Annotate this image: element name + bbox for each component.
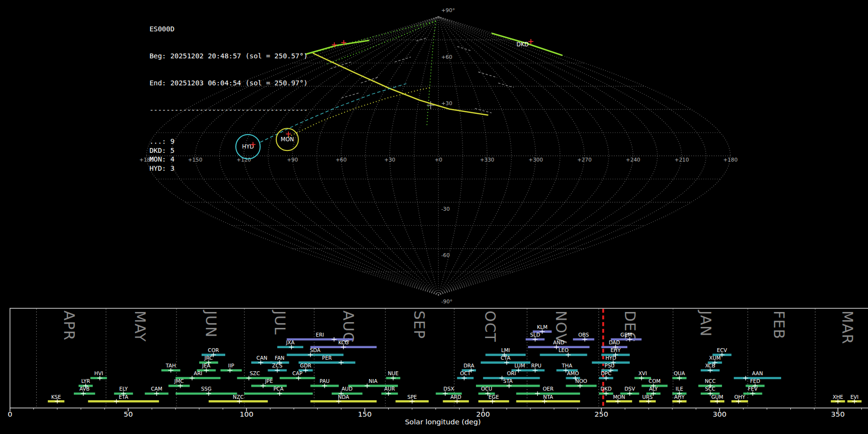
shower-label: DRA <box>463 363 475 368</box>
meteor-trail <box>341 93 359 98</box>
shower-label: LEO <box>558 347 569 353</box>
shower-label: NTA <box>543 394 554 400</box>
longitude-label: +300 <box>529 157 543 163</box>
shower-count-row: MON: 4 <box>149 155 308 164</box>
shower-label: JPE <box>265 378 273 384</box>
shower-SLD: SLD <box>526 332 544 341</box>
shower-label: DSX <box>444 386 454 392</box>
month-label: APR <box>61 311 78 341</box>
shower-NUE: NUE <box>386 370 400 380</box>
shower-label: NIA <box>369 378 378 384</box>
longitude-label: +240 <box>626 157 640 163</box>
shower-label: SDA <box>310 347 321 353</box>
shower-label: EGE <box>488 394 499 400</box>
shower-label: GEM <box>621 332 632 338</box>
latitude-label: -90° <box>441 298 452 305</box>
longitude-label: +30 <box>384 157 395 163</box>
begin-time-line: Beg: 20251202 20:48:57 (sol = 250.57°) <box>149 52 308 61</box>
shower-ARD: ARD <box>443 394 469 404</box>
shower-AVB: AVB <box>74 386 95 395</box>
shower-RPU: RPU <box>528 363 544 372</box>
shower-label: JXA <box>285 339 295 345</box>
shower-label: CAP <box>292 370 302 376</box>
shower-label: SZC <box>250 370 260 376</box>
shower-label: JMC <box>174 378 184 384</box>
shower-label: OBS <box>578 332 589 338</box>
x-axis-tick-label: 150 <box>358 410 371 419</box>
shower-HVI: HVI <box>90 370 107 380</box>
shower-label: XHE <box>833 394 843 400</box>
x-axis-tick-label: 250 <box>595 410 608 419</box>
shower-label: LUM <box>515 363 525 368</box>
shower-label: URS <box>642 394 653 400</box>
shower-QUA: QUA <box>672 370 686 380</box>
longitude-label: +270 <box>577 157 592 163</box>
shower-count-row: HYD: 3 <box>149 164 308 173</box>
shower-label: ILE <box>676 386 683 392</box>
shower-label: JRC <box>204 355 213 361</box>
shower-label: SSG <box>201 386 212 392</box>
latitude-label: +90° <box>441 7 455 14</box>
latitude-label: -60 <box>441 252 450 258</box>
shower-SPE: SPE <box>395 394 429 404</box>
shower-label: CAM <box>151 386 163 392</box>
shower-label: AND <box>553 339 564 345</box>
shower-count-list: ...: 9DKD: 5MON: 4HYD: 3 <box>149 137 308 173</box>
app-canvas: +90°+60+30-30-60-90°+180+150+120+90+60+3… <box>0 0 868 434</box>
shower-label: CTA <box>501 355 511 361</box>
shower-label: OCT <box>460 370 471 376</box>
shower-label: FED <box>750 378 760 384</box>
shower-track-yellow <box>313 53 488 115</box>
shower-JMC: JMC <box>168 378 190 388</box>
shower-KSE: KSE <box>48 394 64 404</box>
shower-label: SPE <box>407 394 417 400</box>
shower-label: TAH <box>165 363 176 368</box>
shower-label: HVI <box>94 370 103 376</box>
shower-EVI: EVI <box>847 394 861 404</box>
shower-IIP: IIP <box>220 363 242 372</box>
shower-ETA: ETA <box>88 394 159 404</box>
latitude-label: +60 <box>441 54 452 60</box>
shower-label: KLM <box>537 324 547 330</box>
shower-label: LYR <box>81 378 91 384</box>
shower-label: QUA <box>674 370 685 376</box>
plot-canvas: +90°+60+30-30-60-90°+180+150+120+90+60+3… <box>0 0 868 434</box>
shower-LEO: LEO <box>540 347 587 357</box>
longitude-label: +180 <box>723 157 738 163</box>
shower-TAH: TAH <box>162 363 180 372</box>
shower-XCB: XCB <box>701 363 719 372</box>
meteor-trail <box>498 83 514 87</box>
shower-label: EHY <box>610 347 621 353</box>
shower-label: LMI <box>501 347 510 353</box>
radiant-drift-dotted-path <box>309 21 436 54</box>
shower-label: PER <box>322 355 332 361</box>
shower-label: NCC <box>705 378 716 384</box>
shower-label: XUM <box>709 355 720 361</box>
shower-CAN: CAN <box>251 355 272 365</box>
shower-label: NDA <box>338 394 350 400</box>
month-label: NOV <box>553 311 570 344</box>
longitude-label: +330 <box>480 157 494 163</box>
shower-AUR: AUR <box>381 386 398 395</box>
x-axis-tick-label: 300 <box>713 410 726 419</box>
shower-label: ELY <box>119 386 128 392</box>
month-label: OCT <box>482 311 499 342</box>
shower-count-row: ...: 9 <box>149 137 308 146</box>
shower-label: NZC <box>233 394 244 400</box>
meteor-trail <box>416 38 427 41</box>
shower-label: HYD <box>605 355 616 361</box>
shower-label: ORI <box>507 370 516 376</box>
longitude-label: +60 <box>336 157 347 163</box>
observation-header: ES000D Beg: 20251202 20:48:57 (sol = 250… <box>149 7 308 191</box>
month-label: SEP <box>411 311 428 339</box>
shower-label: ERI <box>316 332 324 338</box>
x-axis-tick-label: 50 <box>123 410 133 419</box>
shower-label: AUR <box>384 386 395 392</box>
shower-SSG: SSG <box>176 386 237 395</box>
radiant-DKD: DKD <box>516 41 529 48</box>
end-time-line: End: 20251203 06:04:54 (sol = 250.97°) <box>149 79 308 88</box>
shower-track-green <box>306 41 369 54</box>
shower-NTA: NTA <box>516 394 580 404</box>
shower-label: AUD <box>341 386 353 392</box>
shower-NDA: NDA <box>311 394 377 404</box>
